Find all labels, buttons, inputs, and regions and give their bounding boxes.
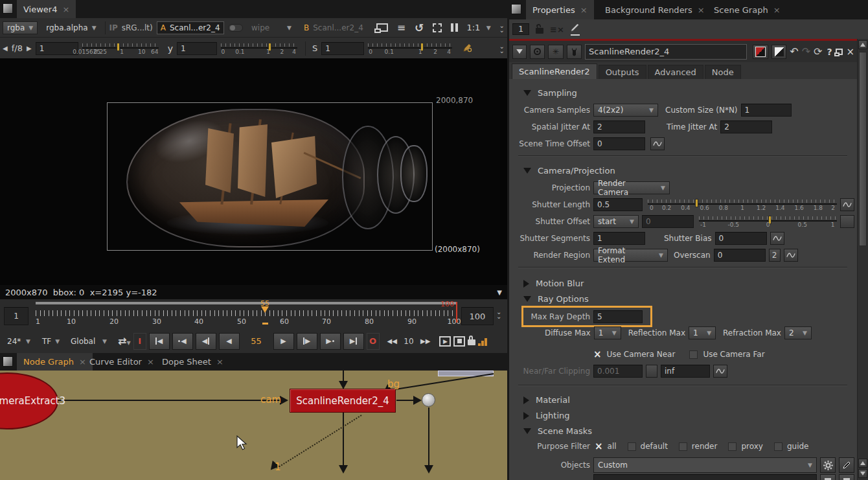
help-button[interactable]: ? (827, 47, 832, 57)
lock-panels-icon[interactable] (536, 28, 543, 34)
range-mode-dropdown[interactable]: Global▼ (66, 334, 111, 349)
shutter-bias-input[interactable]: 0 (715, 232, 767, 245)
set-in-button[interactable]: I (133, 333, 146, 350)
use-camera-near-checkbox[interactable]: × (593, 350, 602, 359)
pane-menu-icon[interactable] (3, 356, 13, 367)
revert-icon[interactable]: ⟳ (814, 45, 822, 58)
node-dot[interactable] (422, 393, 435, 407)
pause-button[interactable] (451, 23, 458, 32)
scene-time-offset-input[interactable]: 0 (593, 137, 645, 150)
prev-stop-icon[interactable]: ◀ (3, 45, 8, 52)
node-camera-extract[interactable]: CameraExtract3 (0, 372, 58, 429)
step-back-button[interactable]: ◀ (196, 333, 216, 350)
objects-dropdown[interactable]: Custom▼ (593, 457, 817, 473)
animation-curve-icon[interactable] (713, 365, 727, 378)
undo-icon[interactable]: ↶ (790, 45, 798, 58)
a-buffer-dropdown[interactable]: A Scanl...er2_4 (157, 21, 224, 34)
close-icon[interactable]: × (62, 5, 69, 14)
animation-curve-icon[interactable] (784, 249, 798, 262)
purpose-guide-checkbox[interactable] (774, 442, 782, 451)
panel-collapse-button[interactable] (512, 45, 527, 59)
gain-slider[interactable]: 0.015625 0.25 1 10 64 (82, 42, 159, 55)
collapse-chevron-icon[interactable]: ⌄⌄ (499, 23, 505, 32)
update-toggle-icon[interactable]: ↺ (415, 21, 424, 34)
animation-curve-icon[interactable] (840, 198, 854, 211)
prev-keyframe-button[interactable]: ◀ (172, 333, 193, 350)
tab-outputs[interactable]: Outputs (599, 65, 646, 79)
close-panel-icon[interactable]: × (846, 46, 854, 58)
scroll-down-button[interactable] (858, 469, 867, 478)
playhead[interactable] (261, 306, 269, 313)
tab-node-graph[interactable]: Node Graph× (17, 353, 93, 371)
custom-size-input[interactable]: 1 (741, 104, 792, 117)
max-ray-depth-input[interactable]: 5 (593, 310, 643, 323)
tf-dropdown[interactable]: TF▼ (38, 334, 63, 349)
properties-scrollbar[interactable] (857, 39, 868, 480)
close-icon[interactable]: × (773, 5, 781, 15)
tab-node[interactable]: Node (705, 65, 741, 79)
tab-scanlinerender2[interactable]: ScanlineRender2 (512, 63, 597, 79)
goto-start-button[interactable]: ◀ (149, 333, 170, 350)
play-forward-button[interactable]: ▶ (273, 333, 294, 350)
section-scene-masks[interactable]: Scene Masks (523, 426, 592, 436)
close-icon[interactable]: × (216, 357, 223, 367)
layer-dropdown[interactable]: rgba.alpha▼ (41, 21, 100, 34)
refraction-max-dropdown[interactable]: 2▼ (784, 326, 812, 339)
range-start-input[interactable]: 1 (4, 307, 29, 325)
camera-samples-dropdown[interactable]: 4(2x2)▼ (593, 104, 658, 117)
timeline-chevron-icon[interactable]: ⌄⌄ (496, 310, 501, 319)
shutter-length-slider[interactable]: 0 0.2 0.4 0.6 0.8 1 1.2 1.4 1.6 1.8 2 (648, 198, 837, 211)
section-sampling[interactable]: Sampling (523, 88, 577, 98)
channels-dropdown[interactable]: rgba▼ (3, 21, 38, 34)
pane-menu-icon[interactable] (3, 3, 13, 14)
close-icon[interactable]: × (698, 5, 705, 15)
gear-icon[interactable] (820, 457, 836, 473)
collapse-chevron-icon[interactable]: ⌄⌄ (499, 44, 505, 53)
scroll-up-button2[interactable] (858, 459, 867, 468)
overscan-input[interactable]: 0 (714, 249, 766, 262)
tab-scene-graph[interactable]: Scene Graph× (707, 0, 787, 19)
status-chevron-icon[interactable]: ▼ (497, 289, 502, 296)
viewer-canvas[interactable]: 2000,870 (2000x870) (0, 58, 507, 285)
objects-mask-input[interactable] (593, 474, 817, 480)
next-increment-button[interactable]: ▶▶ (420, 337, 430, 345)
shutter-segments-input[interactable]: 1 (593, 232, 645, 245)
overscan-extra-button[interactable]: 2 (769, 249, 781, 262)
projection-dropdown[interactable]: Render Camera▼ (593, 181, 670, 194)
monitor-out-icon[interactable] (376, 23, 388, 32)
animation-curve-icon[interactable] (770, 232, 784, 245)
play-backward-button[interactable]: ◀ (219, 333, 240, 350)
tab-properties[interactable]: Properties× (526, 0, 594, 19)
bookmark-icon[interactable]: ✳ (548, 45, 563, 59)
current-frame[interactable]: 55 (242, 336, 271, 346)
tab-background-renders[interactable]: Background Renders× (599, 0, 711, 19)
zoom-dropdown[interactable]: 1:1▼ (462, 21, 495, 34)
blank-button[interactable] (646, 365, 657, 378)
node-scanline-render[interactable]: ScanlineRender2_4 (290, 389, 396, 413)
gear-icon[interactable] (820, 474, 836, 480)
saturation-slider[interactable]: 0 0.1 1 2 4 (368, 42, 452, 55)
purpose-default-checkbox[interactable] (628, 442, 636, 451)
stack-layout-icon[interactable]: ≡ (397, 24, 405, 32)
far-clip-input[interactable]: inf (661, 365, 710, 378)
blank-button[interactable] (840, 215, 854, 228)
node-graph-canvas[interactable]: CameraExtract3 cam ScanlineRender2_4 bg … (0, 371, 507, 480)
pane-menu-icon[interactable] (511, 4, 521, 14)
wipe-toggle[interactable] (228, 24, 243, 32)
max-panels-input[interactable]: 1 (512, 23, 529, 35)
node-color-swatch[interactable] (753, 45, 768, 59)
gl-color-swatch[interactable] (771, 45, 786, 59)
section-lighting[interactable]: Lighting (523, 411, 570, 420)
scroll-up-button[interactable] (858, 40, 867, 49)
saturation-input[interactable]: 1 (321, 42, 364, 55)
purpose-render-checkbox[interactable] (679, 442, 687, 451)
section-material[interactable]: Material (523, 395, 570, 405)
diffuse-max-dropdown[interactable]: 1▼ (594, 326, 621, 339)
section-motion-blur[interactable]: Motion Blur (523, 279, 584, 288)
section-camera-projection[interactable]: Camera/Projection (523, 166, 615, 176)
viewer-colorspace-button[interactable]: sRG...lt) (122, 23, 153, 32)
node-name-input[interactable]: ScanlineRender2_4 (585, 44, 747, 60)
set-out-button[interactable]: O (367, 333, 380, 350)
lock-range-icon[interactable] (468, 339, 475, 345)
tab-viewer4[interactable]: Viewer4 × (17, 0, 76, 18)
